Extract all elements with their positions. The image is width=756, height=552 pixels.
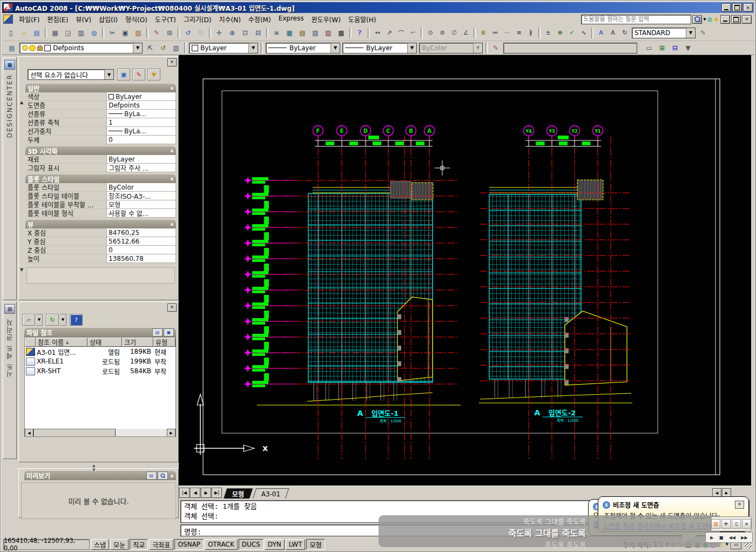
minimize-button[interactable]	[721, 3, 731, 12]
palette-scroll-down-icon[interactable]: ▼	[20, 267, 23, 272]
plot-icon[interactable]: ▦	[49, 27, 61, 39]
capture-close-icon[interactable]: ×	[742, 519, 751, 529]
property-value[interactable]: 그림자 주사 ...	[106, 164, 176, 172]
layer-thaw-icon[interactable]	[29, 45, 36, 51]
layer-states-manager-icon[interactable]: ▥	[170, 42, 182, 54]
property-value[interactable]: ByLa...	[106, 110, 176, 118]
menu-item[interactable]: 삽입(I)	[95, 14, 122, 25]
collapse-chevron-icon[interactable]: ∧	[170, 176, 174, 181]
tab-first-icon[interactable]: |◀	[179, 488, 190, 498]
refedit-block-icon[interactable]: ▭	[643, 42, 655, 54]
play-icon[interactable]: ▶	[709, 535, 714, 540]
balloon-close-icon[interactable]: ×	[735, 501, 744, 509]
dim-aligned-icon[interactable]: ⇗	[384, 28, 395, 38]
property-value[interactable]: 84760,25	[106, 228, 176, 237]
dim-spacing-icon[interactable]: ≡	[514, 28, 524, 38]
dim-update-icon[interactable]: ↻	[619, 28, 630, 38]
undo-icon[interactable]: ↺	[182, 27, 194, 39]
paste-icon[interactable]: ▨	[132, 27, 144, 39]
publish-icon[interactable]: ▥	[75, 27, 87, 39]
xref-column-header[interactable]: 크기	[122, 338, 153, 347]
palette-splitter-handle[interactable]: ▲▼	[92, 463, 95, 472]
select-objects-icon[interactable]: ✎	[132, 69, 145, 80]
scroll-left-icon[interactable]: ◀	[25, 429, 33, 437]
xref-hscrollbar[interactable]: ◀ ▶	[25, 429, 176, 436]
dim-inspect-icon[interactable]: ✓	[566, 28, 577, 38]
refedit-remove-objects-icon[interactable]: ⊟	[669, 42, 681, 54]
pan-icon[interactable]: ✛	[213, 27, 225, 39]
section-header[interactable]: 플롯 스타일∧	[25, 174, 176, 183]
mdi-close-button[interactable]: ×	[742, 15, 752, 24]
property-value[interactable]: 1	[106, 118, 176, 127]
refresh-icon[interactable]: ↻	[46, 314, 59, 326]
linetype-combo[interactable]: ByLayer ▼	[266, 43, 340, 53]
tree-view-icon[interactable]: ▣	[164, 328, 174, 336]
collapse-chevron-icon[interactable]: ∧	[170, 148, 174, 153]
property-value[interactable]: ByLayer	[106, 155, 176, 164]
open-icon[interactable]: ▱	[18, 27, 30, 39]
xref-column-header[interactable]: 상태	[87, 338, 122, 347]
sheetset-manager-icon[interactable]: ▧	[309, 27, 321, 39]
drawing-canvas[interactable]: FEDCBAY4Y3Y2Y1A입면도-1축척 : 1/200A입면도-2축척 :…	[179, 55, 751, 486]
toggle-pickadd-icon[interactable]: ▼	[147, 69, 160, 80]
section-header[interactable]: 3D 시각화∧	[25, 146, 176, 155]
preview-collapse-icon[interactable]: ∧	[170, 473, 174, 479]
match-properties-icon[interactable]: ✎	[151, 27, 163, 39]
tab-next-icon[interactable]: ▶	[201, 488, 211, 498]
designcenter-icon[interactable]: ▦	[284, 27, 295, 39]
mdi-restore-button[interactable]	[731, 15, 741, 24]
help-icon[interactable]: ?	[354, 27, 366, 39]
xref-row[interactable]: XR-ELE1로드됨199KB부착	[25, 356, 176, 366]
selection-combo[interactable]: 선택 요소가 없습니다 ▼	[28, 69, 114, 80]
dimstyle-apply-icon[interactable]: ✎	[697, 27, 709, 39]
dim-continue-icon[interactable]: ⋯	[502, 28, 512, 38]
property-value[interactable]: 창조ISO-A3-...	[106, 192, 176, 200]
plot-preview-icon[interactable]: ◲	[62, 27, 74, 39]
help-search-dropdown-icon[interactable]: ▼	[703, 17, 706, 22]
section-header[interactable]: 뷰∧	[25, 220, 176, 228]
toggle-DYN[interactable]: DYN	[265, 539, 285, 550]
properties-close-icon[interactable]: ×	[167, 58, 177, 66]
menu-item[interactable]: 편집(E)	[43, 14, 72, 25]
collapse-chevron-icon[interactable]: ∧	[170, 221, 174, 227]
prev-icon[interactable]: ◀◀	[728, 535, 737, 540]
stop-icon[interactable]: ■	[718, 535, 725, 540]
tab-A3-01[interactable]: A3-01	[253, 488, 289, 499]
refedit-add-objects-icon[interactable]: ⊞	[656, 42, 668, 54]
scroll-right-icon[interactable]: ▶	[167, 429, 176, 437]
quick-select-icon[interactable]: ▣	[117, 69, 130, 80]
next-icon[interactable]: ▶▶	[740, 535, 748, 540]
toggle-DUCS[interactable]: DUCS	[239, 539, 264, 550]
quick-dimension-icon[interactable]: ≣	[478, 28, 489, 38]
menu-item[interactable]: 도움말(H)	[345, 14, 380, 25]
dim-radius-icon[interactable]: ⊙	[425, 28, 436, 38]
preview-image-icon[interactable]: ▤	[146, 472, 157, 480]
dim-diameter-icon[interactable]: ∅	[449, 28, 460, 38]
toggle-OSNAP[interactable]: OSNAP	[174, 539, 203, 550]
dim-jog-line-icon[interactable]: ∿	[578, 28, 589, 38]
dim-text-edit-icon[interactable]: A	[596, 28, 606, 38]
property-value[interactable]: ByLa...	[106, 127, 176, 136]
properties-icon[interactable]: ≡	[271, 27, 282, 39]
property-value[interactable]: 0	[106, 136, 176, 144]
sheetset-dock-bar[interactable]: ▧ 시트 세트 관리자	[3, 301, 17, 459]
layer-unlock-icon[interactable]	[37, 46, 43, 51]
menu-item[interactable]: Express	[275, 14, 308, 25]
property-value[interactable]: Defpoints	[106, 101, 176, 110]
palette-scroll-up-icon[interactable]: ▲	[20, 100, 23, 105]
property-value[interactable]: 사용할 수 없...	[106, 209, 176, 218]
toggle-모눈[interactable]: 모눈	[110, 539, 129, 550]
mdi-minimize-button[interactable]	[720, 15, 730, 24]
property-value[interactable]: 56512,66	[106, 237, 176, 246]
copy-icon[interactable]: ▣	[119, 27, 131, 39]
tab-모형[interactable]: 모형	[224, 488, 253, 499]
dim-ordinate-icon[interactable]: ⌐	[408, 28, 418, 38]
menu-item[interactable]: 윈도우(W)	[308, 14, 345, 25]
list-view-icon[interactable]: ▤	[152, 328, 163, 336]
layer-on-icon[interactable]	[22, 45, 28, 51]
zoom-previous-icon[interactable]: ⊟	[252, 27, 264, 39]
xref-close-icon[interactable]: ×	[167, 304, 177, 312]
dim-angular-icon[interactable]: ∠	[461, 28, 471, 38]
redo-icon[interactable]: ↻	[195, 27, 207, 39]
dim-break-icon[interactable]: ∦	[525, 28, 536, 38]
